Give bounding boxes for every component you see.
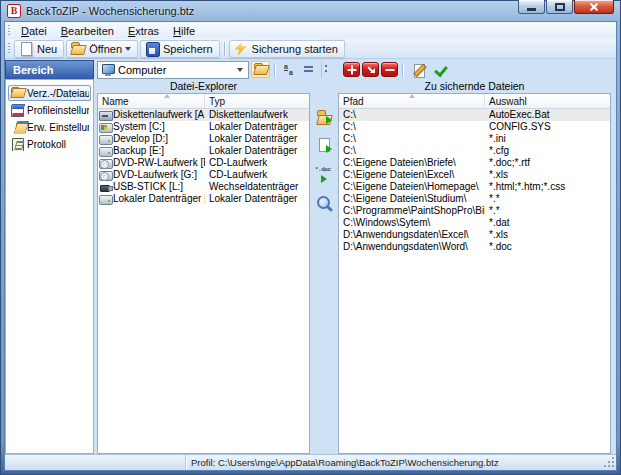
drive-row[interactable]: Diskettenlaufwerk [A:] Diskettenlaufwerk <box>98 109 309 121</box>
add-special-button[interactable] <box>362 62 379 77</box>
menu-hilfe[interactable]: Hilfe <box>166 23 202 38</box>
save-button[interactable]: Speichern <box>140 40 220 58</box>
menu-bearbeiten[interactable]: Bearbeiten <box>54 23 121 38</box>
titlebar[interactable]: B BackToZIP - Wochensicherung.btz <box>0 0 621 21</box>
backup-path: C:\Windows\Sytem\ <box>343 217 430 228</box>
new-button[interactable]: Neu <box>14 40 64 58</box>
window-controls <box>518 0 614 14</box>
sidebar-item[interactable]: Erw. Einstellungen <box>8 119 91 135</box>
resize-grip[interactable] <box>604 457 615 468</box>
maximize-button[interactable] <box>546 0 573 14</box>
file-explorer-panel: Datei-Explorer Name Typ <box>97 80 310 454</box>
menubar-grip[interactable] <box>8 25 10 36</box>
sidebar-item[interactable]: Protokoll <box>8 136 91 152</box>
backup-path: C:\Eigene Dateien\Homepage\ <box>343 181 479 192</box>
backup-row[interactable]: C:\ *.ini <box>339 133 610 145</box>
backup-row[interactable]: C:\ CONFIG.SYS <box>339 121 610 133</box>
menu-datei[interactable]: Datei <box>14 23 54 38</box>
toolbar-overflow[interactable] <box>321 61 330 78</box>
open-dropdown-arrow[interactable] <box>125 47 131 51</box>
backup-row[interactable]: C:\Programme\PaintShopPro\Bilder\ *.* <box>339 205 610 217</box>
sidebar-item[interactable]: Profileinstellungen <box>8 102 91 118</box>
confirm-button[interactable] <box>430 61 449 78</box>
drive-icon <box>99 158 112 169</box>
window-title: BackToZIP - Wochensicherung.btz <box>26 5 194 17</box>
sidebar-item-label: Erw. Einstellungen <box>27 122 89 133</box>
save-floppy-icon <box>144 42 160 56</box>
new-button-label: Neu <box>37 43 57 55</box>
computer-icon <box>101 64 115 76</box>
backup-selection: *.doc;*.rtf <box>489 157 530 168</box>
sidebar-item-icon <box>10 104 24 116</box>
drive-row[interactable]: Develop [D:] Lokaler Datenträger <box>98 133 309 145</box>
drive-name: DVD-Laufwerk [G:] <box>113 169 197 181</box>
backup-row[interactable]: C:\Eigene Dateien\Homepage\ *.html;*.htm… <box>339 181 610 193</box>
sort-button[interactable] <box>281 61 298 78</box>
right-toolbar-separator <box>402 63 403 77</box>
open-button[interactable]: Öffnen <box>66 40 138 58</box>
column-header-typ[interactable]: Typ <box>205 94 309 108</box>
remove-entry-button[interactable] <box>381 62 398 77</box>
add-entry-button[interactable] <box>343 62 360 77</box>
add-folder-button[interactable] <box>313 107 335 127</box>
backup-selection: AutoExec.Bat <box>489 109 550 120</box>
new-document-icon <box>18 42 34 56</box>
drive-row[interactable]: USB-STICK [L:] Wechseldatenträger <box>98 181 309 193</box>
drive-icon <box>99 182 112 193</box>
backup-row[interactable]: C:\Eigene Dateien\Briefe\ *.doc;*.rtf <box>339 157 610 169</box>
add-file-button[interactable] <box>313 136 335 156</box>
drive-row[interactable]: Backup [E:] Lokaler Datenträger <box>98 145 309 157</box>
view-details-button[interactable] <box>300 61 317 78</box>
backup-path: C:\Programme\PaintShopPro\Bilder\ <box>343 205 485 216</box>
column-header-auswahl[interactable]: Auswahl <box>485 94 610 108</box>
add-mask-button[interactable] <box>313 165 335 185</box>
backup-row[interactable]: C:\Windows\Sytem\ *.dat <box>339 217 610 229</box>
column-header-pfad[interactable]: Pfad <box>339 94 485 108</box>
folder-options-button[interactable] <box>251 61 270 78</box>
column-header-name[interactable]: Name <box>98 94 205 108</box>
backup-row[interactable]: D:\Anwendungsdaten\Excel\ *.xls <box>339 229 610 241</box>
backup-list: Pfad Auswahl C:\ <box>338 93 611 454</box>
drive-row[interactable]: System [C:] Lokaler Datenträger <box>98 121 309 133</box>
edit-entry-button[interactable] <box>409 61 428 78</box>
drive-icon <box>99 110 112 121</box>
toolbar-separator <box>224 42 225 56</box>
start-backup-button[interactable]: Sicherung starten <box>229 40 345 58</box>
backup-row[interactable]: D:\Anwendungsdaten\Word\ *.doc <box>339 241 610 253</box>
backup-row[interactable]: C:\Eigene Dateien\Excel\ *.xls <box>339 169 610 181</box>
toolbar-grip[interactable] <box>8 43 10 54</box>
menu-extras[interactable]: Extras <box>121 23 166 38</box>
minimize-button[interactable] <box>518 0 545 14</box>
drive-type: Diskettenlaufwerk <box>209 109 288 120</box>
sidebar-header: Bereich <box>5 60 94 79</box>
drive-type: Lokaler Datenträger <box>209 133 297 144</box>
backup-path: C:\Eigene Dateien\Briefe\ <box>343 157 456 168</box>
backup-path: C:\ <box>343 133 356 144</box>
drive-row[interactable]: DVD-RW-Laufwerk [F:] CD-Laufwerk <box>98 157 309 169</box>
open-button-label: Öffnen <box>89 43 122 55</box>
backup-selection: CONFIG.SYS <box>489 121 551 132</box>
statusbar: Profil: C:\Users\mge\AppData\Roaming\Bac… <box>5 454 616 470</box>
drive-name: Lokaler Datenträger [M:] <box>113 193 205 205</box>
backup-row[interactable]: C:\Eigene Dateien\Studium\ *.* <box>339 193 610 205</box>
backup-row[interactable]: C:\ AutoExec.Bat <box>339 109 610 121</box>
sidebar-item[interactable]: Verz.-/Dateiauswahl <box>8 85 91 101</box>
drive-icon <box>99 146 112 157</box>
drive-combo[interactable]: Computer <box>97 61 249 79</box>
app-window: B BackToZIP - Wochensicherung.btz Datei … <box>0 0 621 475</box>
panel-toolbar-separator <box>274 63 275 77</box>
backup-path: D:\Anwendungsdaten\Excel\ <box>343 229 469 240</box>
close-button[interactable] <box>574 0 614 14</box>
file-mask-icon <box>314 166 334 184</box>
backup-path: C:\ <box>343 145 356 156</box>
drive-row[interactable]: Lokaler Datenträger [M:] Lokaler Datentr… <box>98 193 309 205</box>
drive-name: Diskettenlaufwerk [A:] <box>113 109 205 121</box>
drive-type: Lokaler Datenträger <box>209 121 297 132</box>
app-logo-icon: B <box>7 4 21 18</box>
maximize-icon <box>555 3 565 11</box>
combo-dropdown-arrow[interactable] <box>234 63 245 77</box>
drive-icon <box>99 122 112 133</box>
backup-row[interactable]: C:\ *.cfg <box>339 145 610 157</box>
drive-row[interactable]: DVD-Laufwerk [G:] CD-Laufwerk <box>98 169 309 181</box>
search-button[interactable] <box>313 194 335 214</box>
